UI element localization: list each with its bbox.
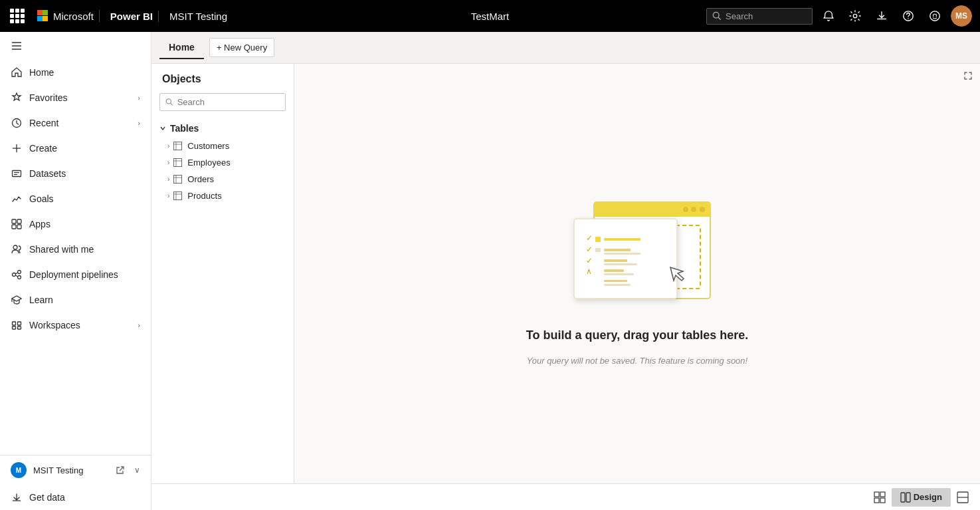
search-input[interactable] bbox=[726, 11, 799, 21]
svg-rect-35 bbox=[174, 142, 182, 150]
canvas-area: ✓ ✓ ✓ ∧ bbox=[294, 64, 980, 483]
favorites-chevron: › bbox=[138, 94, 140, 102]
design-view-button[interactable]: Design bbox=[892, 488, 951, 507]
sidebar-item-favorites[interactable]: Favorites › bbox=[0, 85, 151, 110]
workspace-label[interactable]: MSIT Testing bbox=[164, 11, 233, 22]
clock-icon bbox=[11, 117, 23, 129]
tables-section-header[interactable]: Tables bbox=[151, 119, 294, 138]
grid-view-button[interactable] bbox=[870, 488, 889, 507]
powerbi-label-area[interactable]: Power BI bbox=[105, 11, 159, 22]
svg-rect-63 bbox=[604, 259, 627, 262]
apps-icon bbox=[11, 218, 23, 230]
svg-rect-68 bbox=[604, 280, 627, 282]
objects-search-icon bbox=[165, 98, 173, 106]
sidebar-item-goals[interactable]: Goals bbox=[0, 186, 151, 211]
svg-point-21 bbox=[13, 245, 17, 249]
employees-label: Employees bbox=[187, 158, 230, 168]
svg-rect-64 bbox=[604, 263, 637, 265]
objects-search-input[interactable] bbox=[177, 97, 280, 107]
sidebar-item-create[interactable]: Create bbox=[0, 136, 151, 161]
tree-item-employees[interactable]: › Employees bbox=[151, 154, 294, 171]
sidebar-item-deployment[interactable]: Deployment pipelines bbox=[0, 262, 151, 287]
sidebar-item-home[interactable]: Home bbox=[0, 60, 151, 85]
tabs-bar: Home + New Query bbox=[151, 32, 980, 64]
main-split: Objects Tables › bbox=[151, 64, 980, 483]
sidebar-item-apps[interactable]: Apps bbox=[0, 211, 151, 237]
svg-rect-61 bbox=[604, 253, 640, 255]
sidebar-item-label-recent: Recent bbox=[29, 118, 131, 128]
table-icon-customers bbox=[173, 142, 182, 150]
sidebar-item-label-favorites: Favorites bbox=[29, 92, 131, 103]
sidebar-workspace-item[interactable]: M MSIT Testing ∨ bbox=[0, 455, 151, 485]
waffle-menu[interactable] bbox=[8, 7, 27, 25]
table-icon-products bbox=[173, 191, 182, 200]
orders-chevron: › bbox=[167, 176, 169, 183]
svg-text:✓: ✓ bbox=[586, 256, 593, 265]
sidebar-item-learn[interactable]: Learn bbox=[0, 287, 151, 313]
workspace-name-label: MSIT Testing bbox=[33, 465, 109, 475]
settings-icon[interactable] bbox=[844, 5, 866, 27]
sidebar-item-label-apps: Apps bbox=[29, 219, 140, 229]
svg-rect-30 bbox=[18, 326, 21, 329]
tables-section-label: Tables bbox=[170, 123, 199, 134]
feedback-icon[interactable] bbox=[924, 5, 945, 27]
tab-home[interactable]: Home bbox=[159, 37, 204, 59]
products-chevron: › bbox=[167, 192, 169, 199]
svg-rect-67 bbox=[604, 273, 634, 275]
plus-icon bbox=[11, 142, 23, 154]
canvas-sub-text: Your query will not be saved. This featu… bbox=[527, 356, 747, 366]
avatar[interactable]: MS bbox=[951, 5, 972, 27]
sidebar-item-shared[interactable]: Shared with me bbox=[0, 237, 151, 262]
microsoft-logo-area[interactable]: Microsoft bbox=[32, 10, 100, 22]
dataset-icon bbox=[11, 168, 23, 180]
tree-item-orders[interactable]: › Orders bbox=[151, 171, 294, 188]
objects-search-box[interactable] bbox=[159, 93, 286, 111]
objects-title: Objects bbox=[151, 64, 294, 90]
svg-line-1 bbox=[718, 17, 720, 19]
svg-line-25 bbox=[16, 273, 18, 274]
sidebar-toggle[interactable] bbox=[0, 32, 151, 60]
svg-text:∧: ∧ bbox=[586, 267, 592, 276]
objects-panel: Objects Tables › bbox=[151, 64, 294, 483]
svg-point-23 bbox=[18, 271, 21, 274]
svg-rect-75 bbox=[901, 493, 905, 502]
canvas-illustration: ✓ ✓ ✓ ∧ bbox=[526, 182, 748, 366]
svg-text:✓: ✓ bbox=[586, 233, 593, 243]
sidebar-item-recent[interactable]: Recent › bbox=[0, 110, 151, 136]
get-data-icon bbox=[11, 491, 23, 503]
global-search-box[interactable] bbox=[706, 8, 813, 25]
goals-icon bbox=[11, 193, 23, 205]
svg-rect-27 bbox=[13, 322, 16, 325]
search-icon bbox=[712, 11, 722, 21]
svg-rect-71 bbox=[874, 492, 879, 497]
svg-line-34 bbox=[171, 103, 173, 105]
customers-chevron: › bbox=[167, 142, 169, 150]
sidebar-item-label-create: Create bbox=[29, 143, 140, 154]
sidebar-item-get-data[interactable]: Get data bbox=[0, 485, 151, 510]
sidebar-item-label-goals: Goals bbox=[29, 193, 140, 204]
sidebar-item-label-shared: Shared with me bbox=[29, 244, 140, 255]
download-icon[interactable] bbox=[871, 5, 892, 27]
sidebar-item-workspaces[interactable]: Workspaces › bbox=[0, 313, 151, 338]
workspace-external-icon bbox=[116, 465, 125, 475]
sidebar-item-datasets[interactable]: Datasets bbox=[0, 161, 151, 186]
svg-rect-72 bbox=[880, 492, 885, 497]
new-query-button[interactable]: + New Query bbox=[209, 38, 274, 57]
design-view-icon bbox=[900, 492, 911, 503]
help-icon[interactable] bbox=[898, 5, 919, 27]
svg-rect-59 bbox=[595, 248, 601, 252]
sidebar-item-label-get-data: Get data bbox=[29, 492, 140, 503]
tree-item-products[interactable]: › Products bbox=[151, 188, 294, 204]
svg-point-5 bbox=[930, 11, 939, 21]
svg-rect-29 bbox=[13, 326, 16, 329]
objects-list: Tables › Customers › Emplo bbox=[151, 116, 294, 483]
tree-item-customers[interactable]: › Customers bbox=[151, 138, 294, 154]
expand-button[interactable] bbox=[959, 66, 977, 85]
sidebar-item-label-datasets: Datasets bbox=[29, 168, 140, 179]
svg-line-26 bbox=[16, 275, 18, 277]
svg-point-52 bbox=[683, 207, 688, 212]
design-button-label: Design bbox=[914, 492, 942, 502]
customers-label: Customers bbox=[187, 141, 229, 151]
notifications-icon[interactable] bbox=[818, 5, 839, 27]
split-view-button[interactable] bbox=[953, 488, 972, 507]
